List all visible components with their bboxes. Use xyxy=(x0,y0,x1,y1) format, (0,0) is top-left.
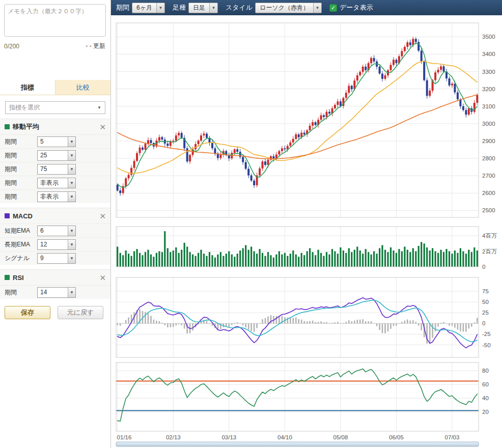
save-button[interactable]: 保存 xyxy=(5,306,50,319)
ma-period-4-select[interactable]: 非表示 ▼ xyxy=(37,178,76,188)
tab-compare[interactable]: 比較 xyxy=(55,80,110,95)
svg-text:2百万: 2百万 xyxy=(482,248,497,255)
sidebar-buttons: 保存 元に戻す xyxy=(0,299,110,326)
series-color-swatch xyxy=(5,213,10,218)
section-rsi: RSI ✕ 期間 14 ▼ xyxy=(0,269,110,299)
ma-line-75 xyxy=(118,95,478,159)
bar-type-value: 日足 xyxy=(189,3,209,13)
bar-type-label: 足種 xyxy=(173,3,186,12)
section-title: 移動平均 xyxy=(13,122,39,131)
chevron-down-icon: ▼ xyxy=(68,254,75,263)
data-display-label: データ表示 xyxy=(340,3,373,12)
memo-counter: 0/200 xyxy=(4,43,19,50)
macd-line xyxy=(118,298,478,348)
setting-row: 短期EMA 6 ▼ xyxy=(0,223,110,237)
chevron-down-icon: ▼ xyxy=(68,178,75,188)
memo-update-link[interactable]: - - 更新 xyxy=(86,42,105,50)
svg-text:50: 50 xyxy=(482,299,489,305)
svg-text:04/10: 04/10 xyxy=(277,434,292,440)
bar-type-group: 足種 日足 ▼ xyxy=(173,3,218,13)
series-color-swatch xyxy=(5,124,10,129)
memo-status-row: 0/200 - - 更新 xyxy=(0,41,110,50)
style-label: スタイル xyxy=(226,3,253,12)
chevron-down-icon: ▼ xyxy=(209,3,217,13)
chart-scrollbar[interactable] xyxy=(116,442,479,446)
x-axis-labels: 01/1602/1303/1304/1005/0806/0507/03 xyxy=(117,434,460,440)
period-group: 期間 6ヶ月 ▼ xyxy=(116,3,165,13)
ma-period-3-select[interactable]: 75 ▼ xyxy=(37,164,76,175)
tab-indicators[interactable]: 指標 xyxy=(0,80,55,95)
section-title: MACD xyxy=(13,212,33,220)
stock-chart-app: 0/200 - - 更新 指標 比較 指標を選択 ▼ 移動平均 ✕ 期間 5 ▼ xyxy=(0,0,502,448)
macd-fast-select[interactable]: 6 ▼ xyxy=(37,226,76,236)
data-display-group: ✓ データ表示 xyxy=(329,3,373,12)
section-macd: MACD ✕ 短期EMA 6 ▼ 長期EMA 12 ▼ シグナル xyxy=(0,208,110,265)
svg-text:-25: -25 xyxy=(482,331,491,337)
setting-value: 12 xyxy=(38,240,68,249)
chart-toolbar: 期間 6ヶ月 ▼ 足種 日足 ▼ スタイル ローソク（赤青） ▼ xyxy=(111,0,502,15)
macd-panel: 7550250-25-50 xyxy=(116,277,491,357)
chevron-down-icon: ▼ xyxy=(97,105,101,110)
chevron-down-icon: ▼ xyxy=(68,137,75,147)
macd-slow-select[interactable]: 12 ▼ xyxy=(37,239,76,250)
price-panel: 3500340033003200310030002900280027002600… xyxy=(116,23,495,217)
setting-label: 期間 xyxy=(5,288,37,297)
chart-area[interactable]: 3500340033003200310030002900280027002600… xyxy=(111,15,502,448)
setting-label: 短期EMA xyxy=(5,227,37,235)
macd-signal-select[interactable]: 9 ▼ xyxy=(37,253,76,264)
chevron-down-icon: ▼ xyxy=(68,164,75,174)
svg-text:2500: 2500 xyxy=(482,207,495,213)
section-title: RSI xyxy=(13,274,24,282)
svg-text:05/08: 05/08 xyxy=(333,434,348,440)
close-icon[interactable]: ✕ xyxy=(99,212,106,220)
rsi-panel: 80604020 xyxy=(116,362,489,431)
ma-period-1-select[interactable]: 5 ▼ xyxy=(37,136,76,147)
setting-label: シグナル xyxy=(5,254,37,263)
close-icon[interactable]: ✕ xyxy=(99,123,106,131)
series-color-swatch xyxy=(5,275,10,280)
svg-text:07/03: 07/03 xyxy=(445,434,460,440)
svg-text:2600: 2600 xyxy=(482,190,495,196)
rsi-period-select[interactable]: 14 ▼ xyxy=(37,287,76,298)
bar-type-select[interactable]: 日足 ▼ xyxy=(188,3,218,13)
reset-button[interactable]: 元に戻す xyxy=(58,306,103,319)
memo-input[interactable] xyxy=(4,4,106,37)
style-value: ローソク（赤青） xyxy=(256,3,313,13)
svg-text:3500: 3500 xyxy=(482,34,495,40)
setting-row: 長期EMA 12 ▼ xyxy=(0,237,110,251)
setting-label: 期間 xyxy=(5,151,37,160)
svg-text:02/13: 02/13 xyxy=(166,434,181,440)
period-select[interactable]: 6ヶ月 ▼ xyxy=(132,3,165,13)
setting-value: 5 xyxy=(38,137,68,147)
ma-period-2-select[interactable]: 25 ▼ xyxy=(37,150,76,161)
close-icon[interactable]: ✕ xyxy=(99,274,106,282)
chart-main: 期間 6ヶ月 ▼ 足種 日足 ▼ スタイル ローソク（赤青） ▼ xyxy=(111,0,502,448)
style-select[interactable]: ローソク（赤青） ▼ xyxy=(255,3,322,13)
chevron-down-icon: ▼ xyxy=(68,192,75,202)
section-header: MACD ✕ xyxy=(0,208,110,223)
svg-text:-50: -50 xyxy=(482,342,491,348)
chevron-down-icon: ▼ xyxy=(68,151,75,160)
ma-period-5-select[interactable]: 非表示 ▼ xyxy=(37,191,76,202)
setting-value: 非表示 xyxy=(38,178,68,188)
indicator-select[interactable]: 指標を選択 ▼ xyxy=(5,101,105,114)
macd-signal-line xyxy=(118,300,478,342)
svg-text:2800: 2800 xyxy=(482,155,495,161)
setting-row: 期間 非表示 ▼ xyxy=(0,189,110,203)
setting-label: 期間 xyxy=(5,192,37,201)
svg-text:0: 0 xyxy=(482,264,485,270)
svg-text:2700: 2700 xyxy=(482,173,495,179)
setting-row: 期間 非表示 ▼ xyxy=(0,176,110,189)
svg-text:2900: 2900 xyxy=(482,138,495,144)
svg-text:4百万: 4百万 xyxy=(482,233,497,239)
setting-row: 期間 75 ▼ xyxy=(0,162,110,176)
setting-row: 期間 14 ▼ xyxy=(0,285,110,299)
section-header: RSI ✕ xyxy=(0,270,110,285)
sidebar: 0/200 - - 更新 指標 比較 指標を選択 ▼ 移動平均 ✕ 期間 5 ▼ xyxy=(0,0,111,448)
setting-value: 14 xyxy=(38,288,68,297)
rsi-line xyxy=(118,369,478,422)
setting-value: 非表示 xyxy=(38,192,68,202)
data-display-checkbox[interactable]: ✓ xyxy=(329,4,337,12)
sidebar-tabs: 指標 比較 xyxy=(0,80,110,95)
chevron-down-icon: ▼ xyxy=(68,288,75,297)
